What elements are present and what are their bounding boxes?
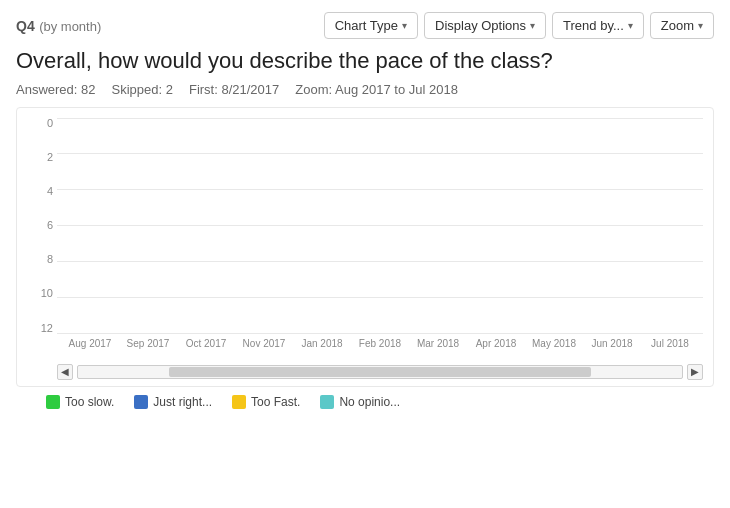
answered-stat: Answered: 82	[16, 82, 96, 97]
legend-swatch	[46, 395, 60, 409]
question-title: Overall, how would you describe the pace…	[16, 47, 714, 76]
legend: Too slow.Just right...Too Fast.No opinio…	[16, 395, 714, 409]
question-sub: (by month)	[39, 19, 101, 34]
x-label: Nov 2017	[241, 334, 287, 358]
scrollbar-track[interactable]	[77, 365, 683, 379]
x-label: Jul 2018	[647, 334, 693, 358]
zoom-button[interactable]: Zoom ▾	[650, 12, 714, 39]
y-label: 6	[27, 220, 53, 231]
legend-swatch	[320, 395, 334, 409]
scroll-right-button[interactable]: ▶	[687, 364, 703, 380]
bar-group	[589, 118, 635, 334]
legend-label: No opinio...	[339, 395, 400, 409]
scrollbar: ◀ ▶	[57, 364, 703, 380]
chevron-down-icon: ▾	[402, 20, 407, 31]
bar-group	[241, 118, 287, 334]
bar-group	[125, 118, 171, 334]
y-axis: 12 10 8 6 4 2 0	[27, 118, 57, 358]
legend-label: Too slow.	[65, 395, 114, 409]
first-stat: First: 8/21/2017	[189, 82, 279, 97]
bar-group	[647, 118, 693, 334]
y-label: 4	[27, 186, 53, 197]
display-options-button[interactable]: Display Options ▾	[424, 12, 546, 39]
y-label: 2	[27, 152, 53, 163]
chevron-down-icon: ▾	[530, 20, 535, 31]
chevron-down-icon: ▾	[628, 20, 633, 31]
bar-group	[67, 118, 113, 334]
zoom-stat: Zoom: Aug 2017 to Jul 2018	[295, 82, 458, 97]
scroll-left-button[interactable]: ◀	[57, 364, 73, 380]
bars-container	[57, 118, 703, 334]
x-label: Oct 2017	[183, 334, 229, 358]
bar-group	[357, 118, 403, 334]
trend-by-button[interactable]: Trend by... ▾	[552, 12, 644, 39]
bar-group	[183, 118, 229, 334]
scrollbar-thumb[interactable]	[169, 367, 592, 377]
x-label: Apr 2018	[473, 334, 519, 358]
x-label: Jan 2018	[299, 334, 345, 358]
legend-swatch	[232, 395, 246, 409]
bar-group	[299, 118, 345, 334]
legend-item: Too Fast.	[232, 395, 300, 409]
y-label: 8	[27, 254, 53, 265]
y-label: 0	[27, 118, 53, 129]
bar-group	[473, 118, 519, 334]
y-label: 10	[27, 288, 53, 299]
skipped-stat: Skipped: 2	[112, 82, 173, 97]
chart-type-button[interactable]: Chart Type ▾	[324, 12, 418, 39]
chart-area: 12 10 8 6 4 2 0	[16, 107, 714, 387]
toolbar: Chart Type ▾ Display Options ▾ Trend by.…	[324, 12, 714, 39]
x-label: Mar 2018	[415, 334, 461, 358]
x-labels: Aug 2017Sep 2017Oct 2017Nov 2017Jan 2018…	[57, 334, 703, 358]
x-label: Jun 2018	[589, 334, 635, 358]
bar-group	[415, 118, 461, 334]
x-label: May 2018	[531, 334, 577, 358]
chart-body: Aug 2017Sep 2017Oct 2017Nov 2017Jan 2018…	[57, 118, 703, 358]
bar-group	[531, 118, 577, 334]
legend-item: Just right...	[134, 395, 212, 409]
x-label: Sep 2017	[125, 334, 171, 358]
legend-label: Just right...	[153, 395, 212, 409]
chevron-down-icon: ▾	[698, 20, 703, 31]
legend-item: Too slow.	[46, 395, 114, 409]
x-label: Feb 2018	[357, 334, 403, 358]
y-label: 12	[27, 323, 53, 334]
legend-label: Too Fast.	[251, 395, 300, 409]
legend-swatch	[134, 395, 148, 409]
legend-item: No opinio...	[320, 395, 400, 409]
question-number: Q4	[16, 18, 35, 34]
x-label: Aug 2017	[67, 334, 113, 358]
